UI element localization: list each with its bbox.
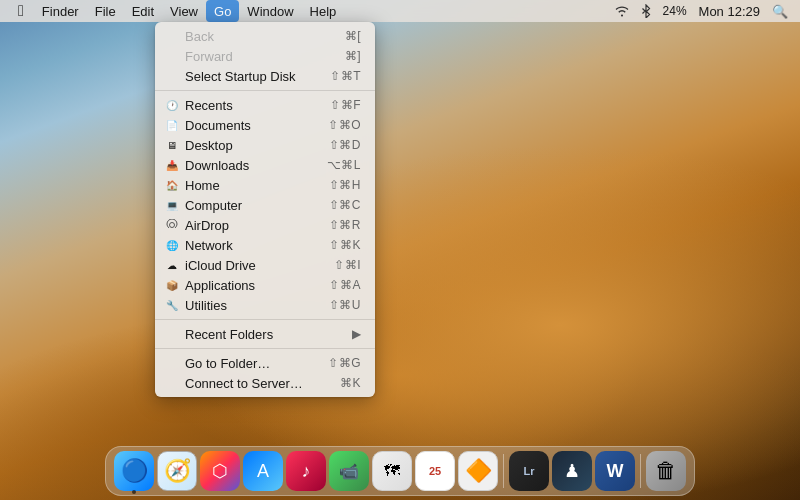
menu-label-icloud: iCloud Drive xyxy=(185,258,256,273)
menu-item-applications[interactable]: 📦 Applications ⇧⌘A xyxy=(155,275,375,295)
dock-facetime[interactable]: 📹 xyxy=(329,451,369,491)
menu-item-downloads[interactable]: 📥 Downloads ⌥⌘L xyxy=(155,155,375,175)
dock-finder[interactable]: 🔵 xyxy=(114,451,154,491)
dock-lightroom[interactable]: Lr xyxy=(509,451,549,491)
separator-2 xyxy=(155,319,375,320)
menubar-help[interactable]: Help xyxy=(302,0,345,22)
menu-item-forward[interactable]: Forward ⌘] xyxy=(155,46,375,66)
menubar-view[interactable]: View xyxy=(162,0,206,22)
menu-item-recent-folders[interactable]: Recent Folders ▶ xyxy=(155,324,375,344)
shortcut-airdrop: ⇧⌘R xyxy=(329,218,361,232)
menu-item-startup-disk[interactable]: Select Startup Disk ⇧⌘T xyxy=(155,66,375,86)
shortcut-home: ⇧⌘H xyxy=(329,178,361,192)
menu-item-icloud[interactable]: ☁ iCloud Drive ⇧⌘I xyxy=(155,255,375,275)
downloads-icon: 📥 xyxy=(165,158,179,172)
desert-background xyxy=(0,0,800,500)
wifi-icon xyxy=(615,6,629,17)
dock-calendar[interactable]: 25 xyxy=(415,451,455,491)
forward-icon xyxy=(165,49,179,63)
menu-item-utilities[interactable]: 🔧 Utilities ⇧⌘U xyxy=(155,295,375,315)
menu-item-computer[interactable]: 💻 Computer ⇧⌘C xyxy=(155,195,375,215)
shortcut-connect-server: ⌘K xyxy=(340,376,361,390)
menubar-go[interactable]: Go xyxy=(206,0,239,22)
shortcut-network: ⇧⌘K xyxy=(329,238,361,252)
dock-trash[interactable]: 🗑 xyxy=(646,451,686,491)
menu-label-home: Home xyxy=(185,178,220,193)
menu-item-documents[interactable]: 📄 Documents ⇧⌘O xyxy=(155,115,375,135)
menu-item-back[interactable]: Back ⌘[ xyxy=(155,26,375,46)
dock-word[interactable]: W xyxy=(595,451,635,491)
menu-label-startup-disk: Select Startup Disk xyxy=(185,69,296,84)
menu-item-home[interactable]: 🏠 Home ⇧⌘H xyxy=(155,175,375,195)
dock-vlc[interactable]: 🔶 xyxy=(458,451,498,491)
dock-photos[interactable]: ⬡ xyxy=(200,451,240,491)
shortcut-icloud: ⇧⌘I xyxy=(334,258,361,272)
menu-item-connect-server[interactable]: Connect to Server… ⌘K xyxy=(155,373,375,393)
bluetooth-status[interactable] xyxy=(637,4,655,18)
menu-label-forward: Forward xyxy=(185,49,233,64)
bluetooth-icon xyxy=(641,4,651,18)
shortcut-downloads: ⌥⌘L xyxy=(327,158,361,172)
menu-label-downloads: Downloads xyxy=(185,158,249,173)
wifi-status[interactable] xyxy=(611,6,633,17)
dock-safari[interactable]: 🧭 xyxy=(157,451,197,491)
menubar-file[interactable]: File xyxy=(87,0,124,22)
dock-steam[interactable]: ♟ xyxy=(552,451,592,491)
back-icon xyxy=(165,29,179,43)
separator-1 xyxy=(155,90,375,91)
goto-folder-icon xyxy=(165,356,179,370)
menu-item-recents[interactable]: 🕐 Recents ⇧⌘F xyxy=(155,95,375,115)
utilities-icon: 🔧 xyxy=(165,298,179,312)
desktop-icon: 🖥 xyxy=(165,138,179,152)
separator-3 xyxy=(155,348,375,349)
home-icon: 🏠 xyxy=(165,178,179,192)
menu-item-airdrop[interactable]: AirDrop ⇧⌘R xyxy=(155,215,375,235)
shortcut-recents: ⇧⌘F xyxy=(330,98,361,112)
shortcut-startup-disk: ⇧⌘T xyxy=(330,69,361,83)
startup-disk-icon xyxy=(165,69,179,83)
menu-label-airdrop: AirDrop xyxy=(185,218,229,233)
airdrop-icon xyxy=(165,218,179,232)
dock-appstore[interactable]: A xyxy=(243,451,283,491)
icloud-icon: ☁ xyxy=(165,258,179,272)
dock: 🔵 🧭 ⬡ A ♪ 📹 🗺 25 🔶 xyxy=(105,446,695,496)
documents-icon: 📄 xyxy=(165,118,179,132)
menubar-window[interactable]: Window xyxy=(239,0,301,22)
desktop:  Finder File Edit View Go Window Help xyxy=(0,0,800,500)
recent-folders-icon xyxy=(165,327,179,341)
shortcut-goto-folder: ⇧⌘G xyxy=(328,356,361,370)
spotlight-button[interactable]: 🔍 xyxy=(768,4,792,19)
menubar-right: 24% Mon 12:29 🔍 xyxy=(611,4,792,19)
dock-itunes[interactable]: ♪ xyxy=(286,451,326,491)
menu-label-connect-server: Connect to Server… xyxy=(185,376,303,391)
recents-icon: 🕐 xyxy=(165,98,179,112)
shortcut-documents: ⇧⌘O xyxy=(328,118,361,132)
shortcut-utilities: ⇧⌘U xyxy=(329,298,361,312)
go-dropdown-menu: Back ⌘[ Forward ⌘] Select Startup Disk ⇧… xyxy=(155,22,375,397)
shortcut-computer: ⇧⌘C xyxy=(329,198,361,212)
battery-display[interactable]: 24% xyxy=(659,4,691,18)
menu-item-desktop[interactable]: 🖥 Desktop ⇧⌘D xyxy=(155,135,375,155)
menu-label-network: Network xyxy=(185,238,233,253)
menu-label-documents: Documents xyxy=(185,118,251,133)
shortcut-desktop: ⇧⌘D xyxy=(329,138,361,152)
menu-label-computer: Computer xyxy=(185,198,242,213)
menu-label-desktop: Desktop xyxy=(185,138,233,153)
dock-finder-dot xyxy=(132,490,136,494)
clock-display: Mon 12:29 xyxy=(695,4,764,19)
dock-maps[interactable]: 🗺 xyxy=(372,451,412,491)
network-icon: 🌐 xyxy=(165,238,179,252)
applications-icon: 📦 xyxy=(165,278,179,292)
menubar-finder[interactable]: Finder xyxy=(34,0,87,22)
menu-item-goto-folder[interactable]: Go to Folder… ⇧⌘G xyxy=(155,353,375,373)
menu-label-utilities: Utilities xyxy=(185,298,227,313)
menubar-left:  Finder File Edit View Go Window Help xyxy=(8,0,344,22)
menu-item-network[interactable]: 🌐 Network ⇧⌘K xyxy=(155,235,375,255)
shortcut-recent-folders: ▶ xyxy=(352,327,362,341)
svg-point-0 xyxy=(170,223,175,228)
menu-label-recent-folders: Recent Folders xyxy=(185,327,273,342)
apple-menu[interactable]:  xyxy=(8,0,34,22)
dock-separator-2 xyxy=(640,454,641,488)
menu-label-goto-folder: Go to Folder… xyxy=(185,356,270,371)
menubar-edit[interactable]: Edit xyxy=(124,0,162,22)
